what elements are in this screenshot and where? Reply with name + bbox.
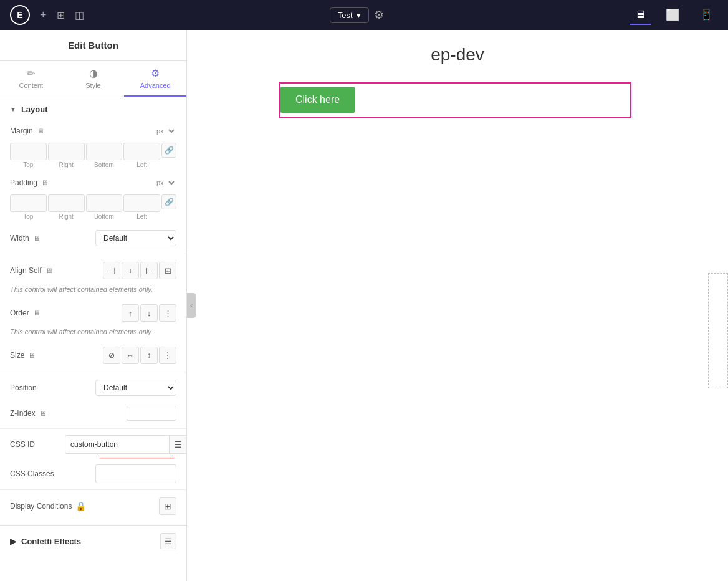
tab-advanced[interactable]: ⚙ Advanced [124, 61, 186, 97]
tab-style[interactable]: ◑ Style [62, 61, 125, 97]
order-custom-button[interactable]: ⋮ [159, 304, 176, 322]
add-icon[interactable]: + [40, 9, 47, 22]
display-conditions-label: Display Conditions 🔒 [10, 501, 159, 511]
margin-bottom-group: Bottom [86, 143, 123, 168]
css-id-menu-button[interactable]: ☰ [169, 436, 186, 453]
padding-top-group: Top [10, 194, 47, 220]
panel-collapse-handle[interactable]: ‹ [187, 293, 196, 318]
position-dropdown[interactable]: Default Fixed Absolute Relative Sticky [95, 380, 176, 396]
display-conditions-button[interactable]: ⊞ [159, 497, 176, 515]
z-index-control-row: Z-Index 🖥 [0, 401, 186, 426]
order-responsive-icon[interactable]: 🖥 [33, 309, 40, 317]
margin-label: Margin 🖥 [10, 127, 149, 135]
align-stretch-button[interactable]: ⊞ [159, 262, 176, 279]
device-mobile-button[interactable]: 📱 [694, 6, 718, 24]
margin-top-group: Top [10, 143, 47, 168]
width-responsive-icon[interactable]: 🖥 [33, 234, 40, 242]
padding-inputs: Top Right Bottom Left 🔗 [0, 192, 186, 225]
content-tab-icon: ✏ [27, 67, 35, 79]
align-right-button[interactable]: ⊢ [140, 262, 158, 279]
align-center-button[interactable]: + [122, 262, 139, 279]
device-tablet-button[interactable]: ⬜ [661, 6, 684, 24]
padding-responsive-icon[interactable]: 🖥 [41, 179, 48, 186]
position-dropdown-wrap: Default Fixed Absolute Relative Sticky [95, 380, 176, 396]
size-vertical-button[interactable]: ↕ [140, 347, 158, 364]
layout-arrow-icon: ▼ [10, 106, 16, 113]
order-up-button[interactable]: ↑ [122, 304, 139, 322]
confetti-settings-button[interactable]: ☰ [160, 533, 176, 549]
size-control-row: Size 🖥 ⊘ ↔ ↕ ⋮ [0, 342, 186, 369]
margin-responsive-icon[interactable]: 🖥 [37, 127, 44, 135]
padding-control-row: Padding 🖥 px em % [0, 173, 186, 192]
size-horizontal-button[interactable]: ↔ [122, 347, 139, 364]
tab-content[interactable]: ✏ Content [0, 61, 62, 97]
arrow-line [99, 458, 174, 458]
margin-bottom-input[interactable] [86, 143, 123, 160]
lock-icon: 🔒 [75, 501, 86, 511]
margin-unit-dropdown[interactable]: px em % [154, 127, 176, 135]
padding-left-label: Left [136, 213, 147, 220]
order-buttons: ↑ ↓ ⋮ [122, 304, 176, 322]
confetti-left: ▶ Confetti Effects [10, 537, 81, 546]
padding-bottom-input[interactable] [86, 194, 123, 212]
padding-left-group: Left [123, 194, 160, 220]
padding-bottom-label: Bottom [94, 213, 114, 220]
margin-bottom-label: Bottom [94, 161, 114, 168]
main-layout: Edit Button ✏ Content ◑ Style ⚙ Advanced… [0, 30, 728, 581]
align-responsive-icon[interactable]: 🖥 [46, 267, 52, 274]
topbar-gear-icon[interactable]: ⚙ [374, 8, 384, 22]
margin-link-icon[interactable]: 🔗 [161, 143, 176, 158]
padding-right-label: Right [59, 213, 73, 220]
layout-section-header[interactable]: ▼ Layout [0, 97, 186, 122]
margin-box-inputs: Top Right Bottom Left 🔗 [10, 143, 176, 168]
padding-bottom-group: Bottom [86, 194, 123, 220]
margin-top-input[interactable] [10, 143, 47, 160]
style-tab-icon: ◑ [89, 67, 98, 79]
margin-unit-selector: px em % [154, 127, 176, 135]
margin-right-input[interactable] [48, 143, 85, 160]
button-container: Click here [187, 75, 728, 125]
topbar: E + ⊞ ◫ Test ▾ ⚙ 🖥 ⬜ 📱 [0, 0, 728, 30]
order-down-button[interactable]: ↓ [140, 304, 158, 322]
panel-content: ▼ Layout Margin 🖥 px em % [0, 97, 186, 581]
css-classes-label: CSS Classes [10, 469, 90, 478]
confetti-section: ▶ Confetti Effects ☰ [0, 525, 186, 557]
confetti-header[interactable]: ▶ Confetti Effects ☰ [0, 526, 186, 557]
test-button[interactable]: Test ▾ [330, 7, 369, 23]
z-index-responsive-icon[interactable]: 🖥 [39, 410, 46, 417]
divider-2 [0, 372, 186, 372]
padding-top-input[interactable] [10, 194, 47, 212]
order-label: Order 🖥 [10, 309, 117, 317]
size-custom-button[interactable]: ⋮ [159, 347, 176, 364]
css-id-label: CSS ID [10, 440, 60, 449]
click-here-button[interactable]: Click here [280, 87, 355, 113]
padding-box-inputs: Top Right Bottom Left 🔗 [10, 194, 176, 220]
css-classes-input[interactable] [96, 466, 177, 481]
z-index-label: Z-Index 🖥 [10, 409, 122, 418]
padding-unit-selector: px em % [154, 178, 176, 187]
width-label: Width 🖥 [10, 234, 90, 242]
panel-tabs: ✏ Content ◑ Style ⚙ Advanced [0, 61, 186, 97]
width-dropdown[interactable]: Default Custom Full Width [95, 230, 176, 246]
padding-left-input[interactable] [123, 194, 160, 212]
topbar-left: E + ⊞ ◫ [10, 5, 84, 25]
css-id-row: CSS ID ☰ ◄ [0, 431, 186, 458]
padding-label: Padding 🖥 [10, 178, 149, 187]
z-index-input[interactable] [127, 406, 176, 421]
size-responsive-icon[interactable]: 🖥 [28, 352, 35, 359]
margin-left-input[interactable] [123, 143, 160, 160]
padding-link-icon[interactable]: 🔗 [161, 194, 176, 209]
padding-unit-dropdown[interactable]: px em % [154, 178, 176, 187]
layers-icon[interactable]: ◫ [75, 9, 84, 21]
confetti-right: ☰ [160, 533, 176, 549]
position-label: Position [10, 383, 90, 392]
align-left-button[interactable]: ⊣ [103, 262, 120, 279]
padding-right-input[interactable] [48, 194, 85, 212]
settings-panel-icon[interactable]: ⊞ [57, 9, 65, 21]
device-desktop-button[interactable]: 🖥 [630, 6, 651, 25]
elementor-logo[interactable]: E [10, 5, 30, 25]
css-id-input[interactable] [65, 437, 169, 452]
size-none-button[interactable]: ⊘ [103, 347, 120, 364]
order-note: This control will affect contained eleme… [0, 327, 186, 342]
align-self-buttons: ⊣ + ⊢ ⊞ [103, 262, 176, 279]
